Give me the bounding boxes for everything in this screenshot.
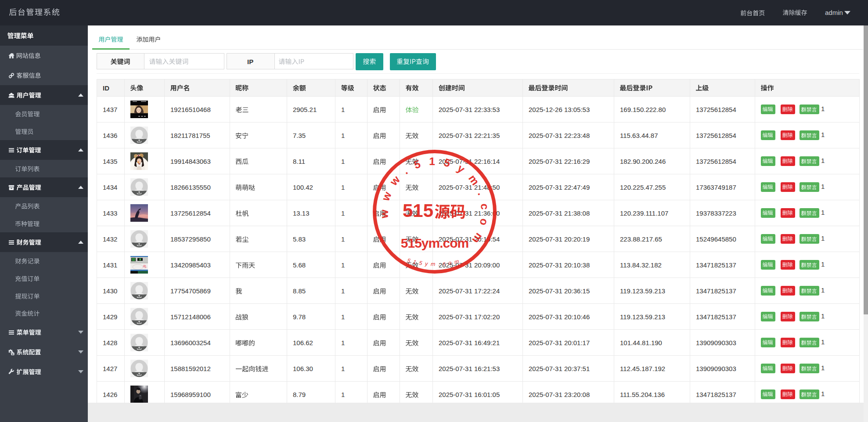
svg-text:515: 515 xyxy=(403,200,433,221)
svg-text:515ym.com: 515ym.com xyxy=(401,236,468,250)
svg-text:515ym.com: 515ym.com xyxy=(407,257,462,267)
